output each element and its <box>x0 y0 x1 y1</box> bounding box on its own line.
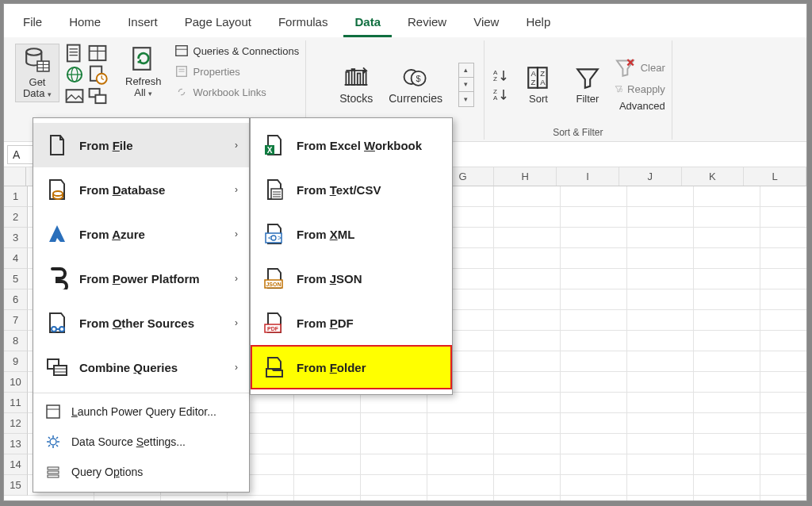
menu-launch-power-query[interactable]: Launch Power Query Editor... <box>33 397 249 427</box>
scroll-up-icon[interactable]: ▴ <box>459 63 473 78</box>
from-table-icon[interactable] <box>87 44 108 63</box>
column-header[interactable]: L <box>744 167 806 186</box>
scroll-expand-icon[interactable]: ▾ <box>459 92 473 106</box>
row-header[interactable]: 8 <box>4 331 28 351</box>
svg-rect-59 <box>47 405 59 418</box>
queries-connections-button[interactable]: Queries & Connections <box>174 44 300 58</box>
tab-file[interactable]: File <box>12 10 53 37</box>
svg-rect-56 <box>54 366 67 375</box>
get-data-button[interactable]: Get Data ▾ <box>15 44 59 102</box>
row-header[interactable]: 4 <box>4 248 28 269</box>
recent-sources-icon[interactable] <box>87 65 108 84</box>
refresh-all-button[interactable]: Refresh All ▾ <box>121 44 167 101</box>
text-file-icon <box>262 177 287 202</box>
chevron-right-icon: › <box>235 228 238 240</box>
menu-from-database[interactable]: From Database › <box>33 167 249 212</box>
sort-filter-group-label: Sort & Filter <box>491 125 665 138</box>
refresh-icon <box>130 45 157 75</box>
advanced-filter-button[interactable]: Advanced <box>615 100 665 112</box>
currencies-datatype-button[interactable]: $ Currencies <box>389 65 442 105</box>
power-query-editor-icon <box>44 403 62 420</box>
row-header[interactable]: 12 <box>4 413 28 434</box>
tab-home[interactable]: Home <box>58 10 112 37</box>
menu-from-power-platform[interactable]: From Power Platform › <box>33 256 249 301</box>
sort-az-buttons: AZ ZA <box>491 68 511 102</box>
menu-combine-queries[interactable]: Combine Queries › <box>33 345 249 389</box>
tab-formulas[interactable]: Formulas <box>267 10 339 37</box>
workbook-links-button[interactable]: Workbook Links <box>174 85 300 99</box>
properties-button[interactable]: Properties <box>174 64 300 79</box>
stocks-datatype-button[interactable]: Stocks <box>339 65 373 105</box>
menu-from-xml[interactable]: <> From XML <box>251 212 452 256</box>
menu-from-azure[interactable]: From Azure › <box>33 212 249 256</box>
column-header[interactable]: K <box>682 167 745 186</box>
get-data-menu: From File › From Database › From Azure ›… <box>33 117 250 493</box>
row-header[interactable]: 14 <box>4 454 28 475</box>
svg-text:A: A <box>540 78 546 86</box>
row-header[interactable]: 3 <box>4 228 28 248</box>
svg-rect-23 <box>175 46 186 56</box>
row-header[interactable]: 5 <box>4 269 28 289</box>
tab-review[interactable]: Review <box>396 10 458 37</box>
xml-file-icon: <> <box>262 221 287 247</box>
sort-descending-button[interactable]: ZA <box>492 87 510 102</box>
row-header[interactable]: 9 <box>4 351 28 372</box>
tab-insert[interactable]: Insert <box>117 10 169 37</box>
sort-button[interactable]: AZZA Sort <box>516 63 561 106</box>
get-data-label: Get Data ▾ <box>23 77 52 100</box>
column-header[interactable]: J <box>619 167 682 186</box>
menu-from-pdf[interactable]: PDF From PDF <box>251 301 452 345</box>
column-header[interactable]: I <box>557 167 619 186</box>
scroll-down-icon[interactable]: ▾ <box>459 78 473 92</box>
row-header[interactable]: 10 <box>4 372 28 393</box>
menu-separator <box>33 393 249 393</box>
from-picture-icon[interactable] <box>64 86 85 105</box>
combine-icon <box>44 355 70 380</box>
svg-rect-21 <box>95 95 105 103</box>
menu-from-file[interactable]: From File › <box>33 123 249 167</box>
pdf-file-icon: PDF <box>262 310 287 335</box>
clear-filter-button[interactable]: Clear <box>615 57 665 79</box>
sort-ascending-button[interactable]: AZ <box>492 68 510 82</box>
menu-from-excel-workbook[interactable]: X From Excel Workbook <box>251 123 452 167</box>
row-header[interactable]: 7 <box>4 310 28 331</box>
data-types-scroll[interactable]: ▴ ▾ ▾ <box>458 63 474 107</box>
menu-from-text-csv[interactable]: From Text/CSV <box>251 167 452 212</box>
svg-text:JSON: JSON <box>266 282 281 287</box>
from-web-icon[interactable] <box>64 65 85 84</box>
menu-from-folder[interactable]: From Folder <box>251 345 452 389</box>
database-icon <box>24 46 51 75</box>
svg-point-52 <box>52 327 56 332</box>
excel-window: File Home Insert Page Layout Formulas Da… <box>3 3 807 501</box>
row-header[interactable]: 6 <box>4 289 28 310</box>
menu-from-other-sources[interactable]: From Other Sources › <box>33 301 249 345</box>
row-header[interactable]: 1 <box>4 186 28 207</box>
file-icon <box>44 132 70 158</box>
svg-text:X: X <box>267 146 273 155</box>
tab-view[interactable]: View <box>462 10 510 37</box>
row-header[interactable]: 13 <box>4 434 28 454</box>
svg-text:>: > <box>278 234 282 242</box>
row-header[interactable]: 2 <box>4 207 28 228</box>
json-file-icon: JSON <box>262 266 287 291</box>
menu-from-json[interactable]: JSON From JSON <box>251 256 452 301</box>
menu-data-source-settings[interactable]: Data Source Settings... <box>33 427 249 457</box>
get-data-mini-buttons <box>64 44 108 105</box>
tab-page-layout[interactable]: Page Layout <box>174 10 262 37</box>
chevron-right-icon: › <box>235 362 238 373</box>
chevron-right-icon: › <box>235 184 238 195</box>
reapply-filter-button[interactable]: Reapply <box>615 83 665 95</box>
filter-button[interactable]: Filter <box>565 63 610 106</box>
from-text-csv-icon[interactable] <box>64 44 85 63</box>
tab-data[interactable]: Data <box>343 10 392 37</box>
column-header[interactable]: H <box>494 167 557 186</box>
select-all-corner[interactable] <box>4 167 26 186</box>
svg-rect-63 <box>48 471 59 473</box>
chevron-right-icon: › <box>235 273 238 284</box>
menu-query-options[interactable]: Query Options <box>33 457 249 487</box>
tab-help[interactable]: Help <box>515 10 561 37</box>
row-header[interactable]: 15 <box>4 475 28 496</box>
existing-connections-icon[interactable] <box>87 86 108 105</box>
excel-file-icon: X <box>262 132 287 158</box>
row-header[interactable]: 11 <box>4 393 28 413</box>
